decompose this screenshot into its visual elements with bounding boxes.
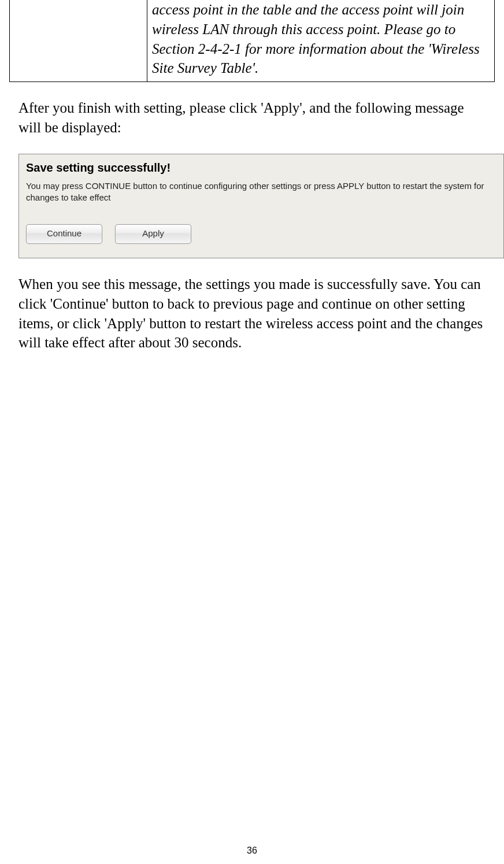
paragraph-explanation: When you see this message, the settings … (18, 275, 486, 353)
dialog-button-row: Continue Apply (26, 224, 496, 244)
table-cell-right: access point in the table and the access… (147, 0, 495, 82)
paragraph-intro: After you finish with setting, please cl… (18, 98, 486, 138)
continue-button[interactable]: Continue (26, 224, 102, 244)
page-number: 36 (0, 846, 504, 856)
dialog-body-text: You may press CONTINUE button to continu… (26, 180, 496, 204)
dialog-title: Save setting successfully! (26, 161, 496, 175)
table-cell-left (10, 0, 147, 82)
partial-table: access point in the table and the access… (9, 0, 495, 82)
save-dialog: Save setting successfully! You may press… (18, 154, 504, 259)
apply-button[interactable]: Apply (115, 224, 191, 244)
